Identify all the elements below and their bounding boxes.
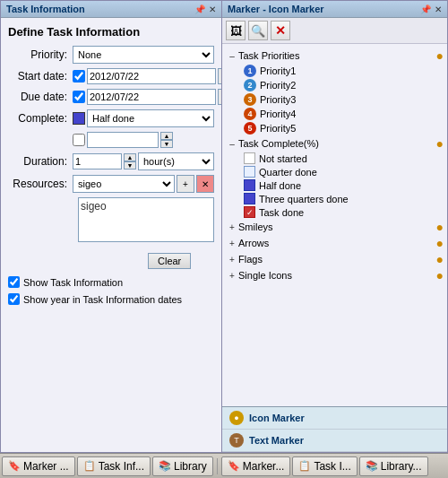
priority-row: Priority: None [8,46,214,64]
three-quarters-done-item[interactable]: Three quarters done [244,192,444,205]
toolbar-image-btn[interactable]: 🖼 [226,21,246,40]
start-date-checkbox[interactable] [73,70,85,83]
priority3-item[interactable]: 3 Priority3 [244,92,444,107]
left-task-label: Task Inf... [99,460,144,473]
right-panel: Marker - Icon Marker 📌 ✕ 🖼 🔍 ✕ – Task Pr… [222,0,448,453]
single-icons-gold-icon: ● [436,268,444,282]
percent-checkbox[interactable] [73,134,85,146]
flags-label: Flags [238,254,263,265]
flags-expander-icon: + [226,253,238,265]
priorities-children: 1 Priority1 2 Priority2 3 Priority3 4 Pr… [226,64,444,135]
right-library-tab[interactable]: 📚 Library... [359,456,428,476]
left-marker-tab[interactable]: 🔖 Marker ... [2,456,75,476]
show-task-info-checkbox[interactable] [8,276,20,288]
show-year-checkbox[interactable] [8,293,20,305]
tree-smileys[interactable]: + Smileys ● [226,219,444,235]
toolbar-delete-btn[interactable]: ✕ [271,21,290,40]
priority4-icon: 4 [244,108,256,120]
quarter-done-icon [244,166,255,178]
half-done-item[interactable]: Half done [244,178,444,192]
percent-down-btn[interactable]: ▼ [160,140,173,148]
due-date-checkbox[interactable] [73,91,85,103]
right-task-tab[interactable]: 📋 Task I... [292,456,357,476]
duration-control: ▲ ▼ hour(s) [73,152,214,170]
due-date-input[interactable] [87,89,216,105]
smileys-label: Smileys [238,222,273,232]
quarter-done-item[interactable]: Quarter done [244,165,444,178]
task-done-item[interactable]: ✓ Task done [244,205,444,219]
smileys-gold-icon: ● [436,220,444,234]
clear-button[interactable]: Clear [148,253,191,269]
show-task-info-row: Show Task Information [8,276,214,288]
start-date-picker-btn[interactable]: ▾ [218,68,221,84]
not-started-icon [244,152,255,164]
percent-input[interactable] [87,132,159,148]
toolbar-browse-btn[interactable]: 🔍 [248,21,268,40]
priorities-gold-icon: ● [436,48,444,63]
priority-select[interactable]: None [73,46,214,64]
due-date-picker-btn[interactable]: ▾ [218,89,221,105]
resources-list: sigeo [78,197,214,242]
priorities-label: Task Priorities [238,50,299,61]
duration-input[interactable] [73,153,122,169]
text-marker-tab[interactable]: T Text Marker [222,430,447,452]
complete-gold-icon: ● [436,136,444,151]
percent-up-btn[interactable]: ▲ [160,132,173,140]
three-quarters-done-icon [244,193,255,204]
percent-spinner: ▲ ▼ [160,132,173,148]
icon-marker-tab[interactable]: ● Icon Marker [222,407,447,430]
resources-add-btn[interactable]: + [177,175,194,193]
priority4-item[interactable]: 4 Priority4 [244,107,444,121]
left-task-icon: 📋 [83,460,96,472]
right-panel-title: Marker - Icon Marker [228,4,324,14]
tree-arrows[interactable]: + Arrows ● [226,235,444,251]
resources-label: Resources: [8,178,73,190]
priority2-icon: 2 [244,79,256,91]
priority5-icon: 5 [244,122,256,135]
left-library-tab[interactable]: 📚 Library [152,456,213,476]
right-close-icon[interactable]: ✕ [435,4,442,14]
tree-single-icons[interactable]: + Single Icons ● [226,267,444,283]
priority4-label: Priority4 [260,109,296,119]
tree-flags[interactable]: + Flags ● [226,251,444,267]
tree-task-priorities[interactable]: – Task Priorities ● [226,48,444,64]
pin-icon[interactable]: 📌 [194,4,205,14]
right-library-label: Library... [381,460,422,473]
resources-select[interactable]: sigeo [73,175,175,193]
priority3-icon: 3 [244,93,256,106]
right-task-icon: 📋 [298,460,311,472]
right-marker-tab[interactable]: 🔖 Marker... [221,456,291,476]
close-icon[interactable]: ✕ [209,4,216,14]
text-marker-icon: T [229,433,244,448]
not-started-item[interactable]: Not started [244,152,444,165]
priority2-label: Priority2 [260,80,296,91]
due-date-label: Due date: [8,91,73,103]
start-date-input[interactable] [87,68,216,84]
start-date-label: Start date: [8,70,73,83]
arrows-gold-icon: ● [436,236,444,250]
duration-spinner: ▲ ▼ [124,153,136,169]
left-panel-title: Task Information [6,4,85,14]
right-pin-icon[interactable]: 📌 [420,4,431,14]
right-library-icon: 📚 [366,460,378,472]
duration-row: Duration: ▲ ▼ hour(s) [8,152,214,170]
resources-row: Resources: sigeo + ✕ [8,175,214,193]
priority2-item[interactable]: 2 Priority2 [244,78,444,92]
tree-task-complete[interactable]: – Task Complete(%) ● [226,135,444,152]
priority5-label: Priority5 [260,123,296,134]
start-date-control: ▾ [73,68,221,84]
priority5-item[interactable]: 5 Priority5 [244,121,444,135]
left-task-inf-tab[interactable]: 📋 Task Inf... [77,456,151,476]
complete-select[interactable]: Half done [87,109,214,127]
section-title: Define Task Information [8,25,214,39]
resources-remove-btn[interactable]: ✕ [196,175,214,193]
single-icons-label: Single Icons [238,270,292,281]
priority1-item[interactable]: 1 Priority1 [244,64,444,78]
task-done-icon: ✓ [244,206,255,218]
half-done-icon [244,179,255,191]
duration-unit-select[interactable]: hour(s) [138,152,214,170]
duration-up-btn[interactable]: ▲ [124,153,136,161]
icon-marker-label: Icon Marker [249,413,305,423]
duration-down-btn[interactable]: ▼ [124,161,136,169]
quarter-done-label: Quarter done [259,167,317,178]
